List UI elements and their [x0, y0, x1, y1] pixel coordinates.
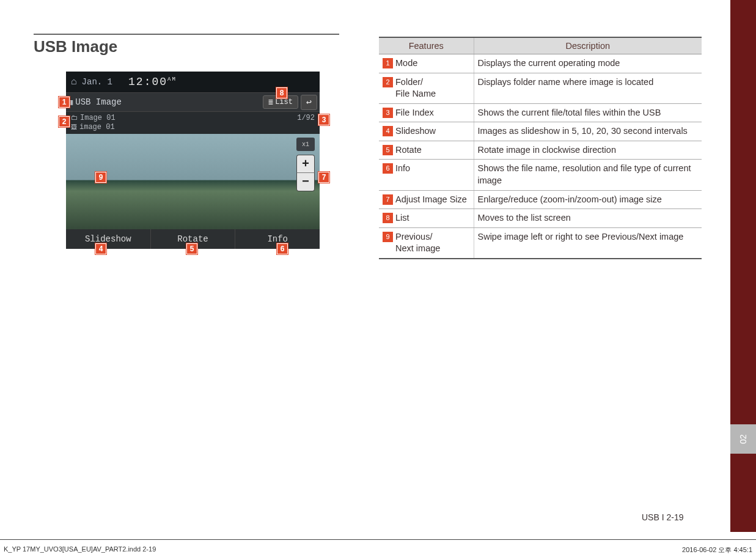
callout-5: 5 [186, 243, 197, 254]
description-cell: Moves to the list screen [474, 209, 702, 228]
description-cell: Swipe image left or right to see Previou… [474, 227, 702, 259]
list-button-label: List [275, 98, 293, 106]
feature-name: File Index [395, 107, 434, 119]
home-icon[interactable] [71, 76, 77, 87]
print-footer: K_YP 17MY_UVO3[USA_EU]AV_PART2.indd 2-19… [0, 545, 756, 555]
feature-cell: 3File Index [379, 103, 474, 122]
slideshow-button[interactable]: Slideshow [66, 229, 151, 249]
mode-label: USB Image [68, 97, 260, 107]
description-cell: Shows the file name, resolution and file… [474, 160, 702, 190]
feature-cell: 1Mode [379, 54, 474, 73]
footer-rule [0, 539, 756, 540]
side-tab-number: 02 [730, 424, 756, 454]
page: 02 USB Image Jan. 1 12:00AM USB Image Li… [0, 0, 756, 557]
table-header-row: Features Description [379, 37, 702, 54]
description-cell: Displays folder name where image is loca… [474, 73, 702, 103]
feature-name: Mode [395, 57, 417, 70]
print-footer-right: 2016-06-02 오후 4:45:1 [682, 545, 752, 555]
description-cell: Shows the current file/total files withi… [474, 103, 702, 122]
feature-badge: 2 [383, 77, 393, 87]
features-table: Features Description 1ModeDisplays the c… [379, 37, 702, 259]
page-footer: USB I 2-19 [642, 512, 683, 522]
zoom-level-badge: x1 [296, 138, 315, 151]
table-row: 6InfoShows the file name, resolution and… [379, 160, 702, 190]
table-row: 7Adjust Image SizeEnlarge/reduce (zoom-i… [379, 190, 702, 209]
zoom-controls: + − [296, 155, 315, 191]
table-row: 5RotateRotate image in clockwise directi… [379, 141, 702, 160]
status-time-value: 12:00 [128, 76, 167, 88]
status-date: Jan. 1 [82, 77, 112, 87]
zoom-out-button[interactable]: − [296, 173, 315, 191]
folder-icon [71, 114, 80, 122]
feature-name: Slideshow [395, 125, 436, 138]
print-footer-left: K_YP 17MY_UVO3[USA_EU]AV_PART2.indd 2-19 [4, 545, 156, 555]
section-title: USB Image [34, 34, 339, 56]
th-features: Features [379, 37, 474, 54]
feature-name: Previous/Next image [395, 231, 440, 255]
side-tab-strip: 02 [730, 0, 756, 532]
zoom-in-button[interactable]: + [296, 155, 315, 173]
file-name-text: image 01 [79, 123, 115, 131]
feature-badge: 1 [383, 58, 393, 68]
description-cell: Enlarge/reduce (zoom-in/zoom-out) image … [474, 190, 702, 209]
feature-name: Info [395, 163, 410, 175]
feature-badge: 4 [383, 126, 393, 136]
feature-badge: 6 [383, 163, 393, 174]
list-icon [268, 97, 273, 107]
feature-badge: 7 [383, 194, 393, 205]
description-cell: Displays the current operating mode [474, 54, 702, 73]
feature-cell: 2Folder/File Name [379, 73, 474, 103]
back-icon [306, 97, 312, 108]
callout-7: 7 [318, 172, 329, 183]
status-ampm: AM [167, 76, 177, 83]
feature-name: Adjust Image Size [395, 194, 467, 206]
feature-cell: 6Info [379, 160, 474, 190]
feature-badge: 5 [383, 145, 393, 155]
table-row: 3File IndexShows the current file/total … [379, 103, 702, 122]
feature-name: Folder/File Name [395, 76, 436, 100]
feature-name: Rotate [395, 144, 422, 157]
file-icon [71, 123, 79, 131]
callout-8: 8 [276, 87, 287, 98]
folder-file-names: Image 01 image 01 [71, 114, 297, 132]
file-index: 1/92 [297, 114, 315, 123]
folder-name: Image 01 [71, 114, 297, 123]
callout-6: 6 [277, 243, 288, 254]
feature-cell: 4Slideshow [379, 122, 474, 141]
feature-badge: 9 [383, 232, 393, 242]
folder-name-text: Image 01 [80, 114, 116, 122]
feature-name: List [395, 212, 409, 224]
screenshot-infobar: Image 01 image 01 1/92 [66, 112, 320, 134]
callout-3: 3 [318, 114, 329, 125]
callout-4: 4 [95, 243, 106, 254]
th-description: Description [474, 37, 702, 54]
back-button[interactable] [301, 95, 317, 110]
callout-9: 9 [95, 172, 106, 183]
file-name: image 01 [71, 123, 297, 132]
table-row: 9Previous/Next imageSwipe image left or … [379, 227, 702, 259]
table-row: 1ModeDisplays the current operating mode [379, 54, 702, 73]
table-row: 4SlideshowImages as slideshow in 5, 10, … [379, 122, 702, 141]
description-cell: Images as slideshow in 5, 10, 20, 30 sec… [474, 122, 702, 141]
feature-cell: 7Adjust Image Size [379, 190, 474, 209]
description-cell: Rotate image in clockwise direction [474, 141, 702, 160]
feature-badge: 3 [383, 108, 393, 118]
mode-text: USB Image [75, 97, 122, 107]
table-row: 8ListMoves to the list screen [379, 209, 702, 228]
feature-cell: 9Previous/Next image [379, 227, 474, 259]
callout-2: 2 [59, 116, 70, 127]
feature-cell: 8List [379, 209, 474, 228]
feature-badge: 8 [383, 213, 393, 223]
feature-cell: 5Rotate [379, 141, 474, 160]
table-row: 2Folder/File NameDisplays folder name wh… [379, 73, 702, 103]
status-time: 12:00AM [128, 76, 177, 88]
callout-1: 1 [59, 97, 70, 108]
